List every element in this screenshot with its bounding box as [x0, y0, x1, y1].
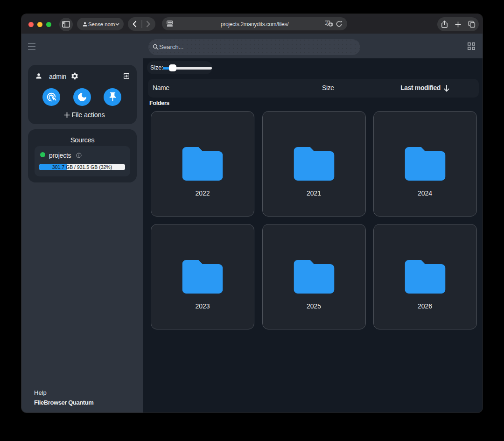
- svg-text:A: A: [326, 21, 329, 24]
